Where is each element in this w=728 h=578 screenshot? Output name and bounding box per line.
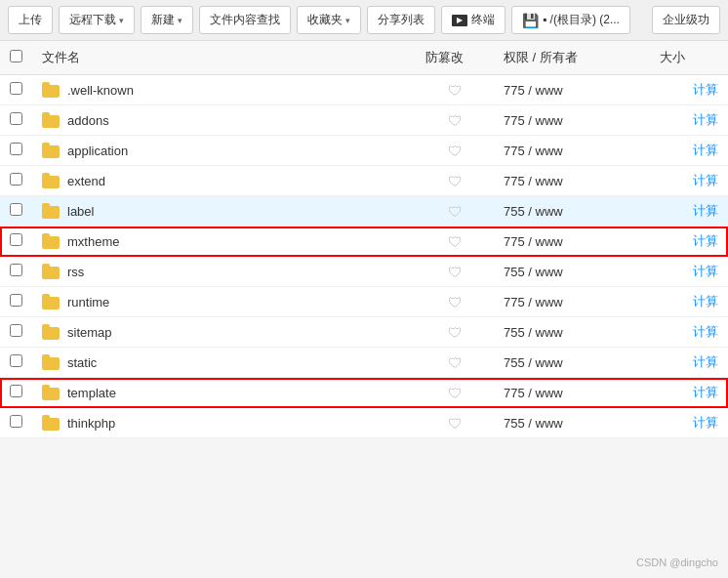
size-cell[interactable]: 计算 (650, 257, 728, 287)
table-row: template🛡775 / www计算 (0, 378, 728, 408)
remote-download-button[interactable]: 远程下载 ▾ (59, 6, 135, 34)
col-size-header: 大小 (650, 41, 728, 75)
size-cell[interactable]: 计算 (650, 348, 728, 378)
folder-icon (42, 82, 60, 98)
path-selector[interactable]: 💾 ▪ /(根目录) (2... (511, 6, 630, 34)
new-button[interactable]: 新建 ▾ (141, 6, 193, 34)
col-anti-header: 防篡改 (416, 41, 494, 75)
row-checkbox[interactable] (10, 415, 22, 428)
permissions-cell: 775 / www (494, 166, 650, 196)
size-calculate-link[interactable]: 计算 (693, 354, 718, 369)
anti-tamper-cell: 🛡 (416, 348, 494, 378)
row-checkbox[interactable] (10, 324, 22, 337)
file-search-button[interactable]: 文件内容查找 (199, 6, 291, 34)
folder-icon (42, 203, 60, 219)
size-cell[interactable]: 计算 (650, 317, 728, 348)
anti-tamper-cell: 🛡 (416, 75, 494, 105)
size-calculate-link[interactable]: 计算 (693, 415, 718, 430)
size-calculate-link[interactable]: 计算 (693, 112, 718, 127)
favorites-arrow-icon: ▾ (345, 16, 350, 25)
permissions-cell: 775 / www (494, 105, 650, 136)
shield-icon: 🛡 (448, 203, 463, 220)
filename-text[interactable]: static (67, 355, 97, 370)
folder-icon (42, 385, 60, 400)
anti-tamper-cell: 🛡 (416, 105, 494, 136)
anti-tamper-cell: 🛡 (416, 166, 494, 196)
row-checkbox[interactable] (10, 385, 22, 397)
row-checkbox[interactable] (10, 354, 22, 367)
size-cell[interactable]: 计算 (650, 136, 728, 166)
shield-icon: 🛡 (448, 324, 463, 341)
terminal-button[interactable]: ▶ 终端 (441, 6, 506, 34)
shield-icon: 🛡 (448, 233, 463, 250)
size-calculate-link[interactable]: 计算 (693, 385, 718, 399)
size-calculate-link[interactable]: 计算 (693, 173, 718, 187)
shield-icon: 🛡 (448, 415, 463, 432)
folder-icon (42, 324, 60, 340)
table-row: label🛡755 / www计算 (0, 196, 728, 227)
filename-text[interactable]: rss (67, 265, 84, 279)
filename-text[interactable]: runtime (67, 295, 109, 310)
size-cell[interactable]: 计算 (650, 227, 728, 257)
folder-icon (42, 415, 60, 431)
filename-text[interactable]: mxtheme (67, 234, 119, 249)
anti-tamper-cell: 🛡 (416, 317, 494, 348)
filename-text[interactable]: .well-known (67, 83, 134, 98)
anti-tamper-cell: 🛡 (416, 257, 494, 287)
row-checkbox[interactable] (10, 112, 22, 125)
permissions-cell: 755 / www (494, 257, 650, 287)
row-checkbox[interactable] (10, 233, 22, 246)
size-cell[interactable]: 计算 (650, 105, 728, 136)
size-calculate-link[interactable]: 计算 (693, 203, 718, 218)
row-checkbox[interactable] (10, 143, 22, 155)
permissions-cell: 775 / www (494, 136, 650, 166)
size-cell[interactable]: 计算 (650, 378, 728, 408)
anti-tamper-cell: 🛡 (416, 227, 494, 257)
share-list-button[interactable]: 分享列表 (367, 6, 435, 34)
size-cell[interactable]: 计算 (650, 196, 728, 227)
filename-text[interactable]: label (67, 204, 94, 219)
filename-text[interactable]: extend (67, 174, 105, 188)
upload-button[interactable]: 上传 (8, 6, 53, 34)
folder-icon (42, 173, 60, 188)
remote-download-arrow-icon: ▾ (119, 16, 124, 25)
size-calculate-link[interactable]: 计算 (693, 324, 718, 339)
filename-text[interactable]: sitemap (67, 325, 112, 340)
size-cell[interactable]: 计算 (650, 408, 728, 438)
row-checkbox[interactable] (10, 173, 22, 186)
folder-icon (42, 264, 60, 279)
filename-text[interactable]: template (67, 386, 116, 400)
size-calculate-link[interactable]: 计算 (693, 294, 718, 309)
col-filename-header: 文件名 (32, 41, 416, 75)
disk-icon: 💾 (522, 13, 539, 28)
row-checkbox[interactable] (10, 264, 22, 276)
filename-text[interactable]: addons (67, 113, 109, 128)
table-row: mxtheme🛡775 / www计算 (0, 227, 728, 257)
folder-icon (42, 143, 60, 158)
size-calculate-link[interactable]: 计算 (693, 143, 718, 157)
size-cell[interactable]: 计算 (650, 287, 728, 317)
terminal-icon: ▶ (452, 15, 467, 26)
size-calculate-link[interactable]: 计算 (693, 264, 718, 278)
row-checkbox[interactable] (10, 294, 22, 307)
permissions-cell: 755 / www (494, 196, 650, 227)
permissions-cell: 775 / www (494, 75, 650, 105)
size-calculate-link[interactable]: 计算 (693, 82, 718, 97)
table-row: static🛡755 / www计算 (0, 348, 728, 378)
filename-text[interactable]: application (67, 144, 128, 158)
filename-text[interactable]: thinkphp (67, 416, 115, 431)
permissions-cell: 775 / www (494, 287, 650, 317)
new-arrow-icon: ▾ (178, 16, 182, 25)
table-row: .well-known🛡775 / www计算 (0, 75, 728, 105)
size-cell[interactable]: 计算 (650, 75, 728, 105)
size-calculate-link[interactable]: 计算 (693, 233, 718, 248)
anti-tamper-cell: 🛡 (416, 287, 494, 317)
size-cell[interactable]: 计算 (650, 166, 728, 196)
enterprise-button[interactable]: 企业级功 (652, 6, 720, 34)
row-checkbox[interactable] (10, 82, 22, 95)
shield-icon: 🛡 (448, 143, 463, 159)
favorites-button[interactable]: 收藏夹 ▾ (297, 6, 361, 34)
row-checkbox[interactable] (10, 203, 22, 216)
shield-icon: 🛡 (448, 294, 463, 310)
select-all-checkbox[interactable] (10, 50, 22, 62)
